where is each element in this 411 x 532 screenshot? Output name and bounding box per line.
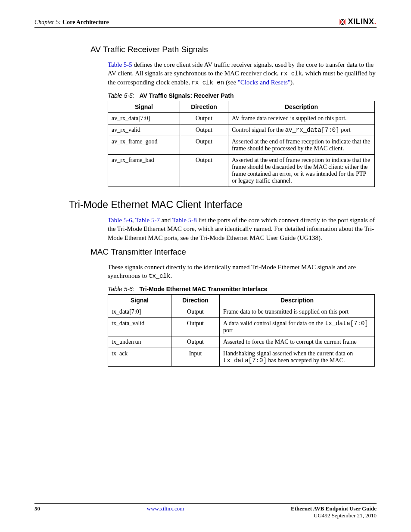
heading-mac-tx-interface: MAC Transmitter Interface <box>90 247 377 257</box>
table-5-6-caption: Table 5-6: Tri-Mode Ethernet MAC Transmi… <box>108 286 377 292</box>
logo: XILINX . <box>339 17 377 26</box>
table-row: tx_data[7:0] Output Frame data to be tra… <box>108 306 375 317</box>
chapter-prefix: Chapter 5: <box>34 19 61 25</box>
doc-title: Ethernet AVB Endpoint User Guide <box>291 505 377 512</box>
col-direction: Direction <box>171 294 220 306</box>
link-table-5-8[interactable]: Table 5-8 <box>172 217 197 224</box>
heading-av-traffic-receiver: AV Traffic Receiver Path Signals <box>90 45 377 54</box>
heading-tri-mode-mac: Tri-Mode Ethernet MAC Client Interface <box>69 199 377 211</box>
para-mac-tx: These signals connect directly to the id… <box>108 263 377 280</box>
xilinx-logo-icon <box>339 19 346 25</box>
col-description: Description <box>220 294 375 306</box>
table-5-5-caption: Table 5-5: AV Traffic Signals: Receiver … <box>108 92 377 99</box>
table-row: tx_data_valid Output A data valid contro… <box>108 317 375 336</box>
code-tx-clk: tx_clk <box>149 273 170 280</box>
doc-ref: UG492 September 21, 2010 <box>291 512 377 519</box>
link-clocks-resets[interactable]: "Clocks and Resets" <box>238 79 290 86</box>
table-row: av_rx_data[7:0] Output AV frame data rec… <box>108 113 375 124</box>
table-row: tx_underrun Output Asserted to force the… <box>108 336 375 348</box>
table-5-5: Signal Direction Description av_rx_data[… <box>108 101 375 187</box>
table-row: av_rx_frame_good Output Asserted at the … <box>108 136 375 155</box>
col-signal: Signal <box>108 101 180 113</box>
page-number: 50 <box>34 505 40 512</box>
table-row: av_rx_valid Output Control signal for th… <box>108 124 375 136</box>
table-5-6: Signal Direction Description tx_data[7:0… <box>108 294 375 367</box>
table-row: av_rx_frame_bad Output Asserted at the e… <box>108 155 375 187</box>
code-rx-clk: rx_clk <box>280 70 302 77</box>
col-signal: Signal <box>108 294 171 306</box>
link-xilinx[interactable]: www.xilinx.com <box>147 505 184 512</box>
logo-dot: . <box>374 17 377 26</box>
code-rx-clk-en: rx_clk_en <box>192 79 224 86</box>
link-table-5-6[interactable]: Table 5-6 <box>108 217 132 224</box>
table-header-row: Signal Direction Description <box>108 294 375 306</box>
footer-url: www.xilinx.com <box>147 505 184 512</box>
table-row: tx_ack Input Handshaking signal asserted… <box>108 348 375 366</box>
chapter-label: Chapter 5: Core Architecture <box>34 18 109 26</box>
link-table-5-7[interactable]: Table 5-7 <box>135 217 160 224</box>
page-footer: 50 www.xilinx.com Ethernet AVB Endpoint … <box>34 503 377 519</box>
footer-doc-info: Ethernet AVB Endpoint User Guide UG492 S… <box>291 505 377 519</box>
para-tri-mode-mac: Table 5-6, Table 5-7 and Table 5-8 list … <box>108 216 377 242</box>
chapter-title: Core Architecture <box>62 19 109 25</box>
table-header-row: Signal Direction Description <box>108 101 375 113</box>
para-av-receiver: Table 5-5 defines the core client side A… <box>108 60 377 87</box>
logo-text: XILINX <box>348 17 374 26</box>
col-description: Description <box>228 101 375 113</box>
page-header: Chapter 5: Core Architecture XILINX . <box>34 17 377 28</box>
col-direction: Direction <box>180 101 228 113</box>
link-table-5-5[interactable]: Table 5-5 <box>108 61 132 68</box>
